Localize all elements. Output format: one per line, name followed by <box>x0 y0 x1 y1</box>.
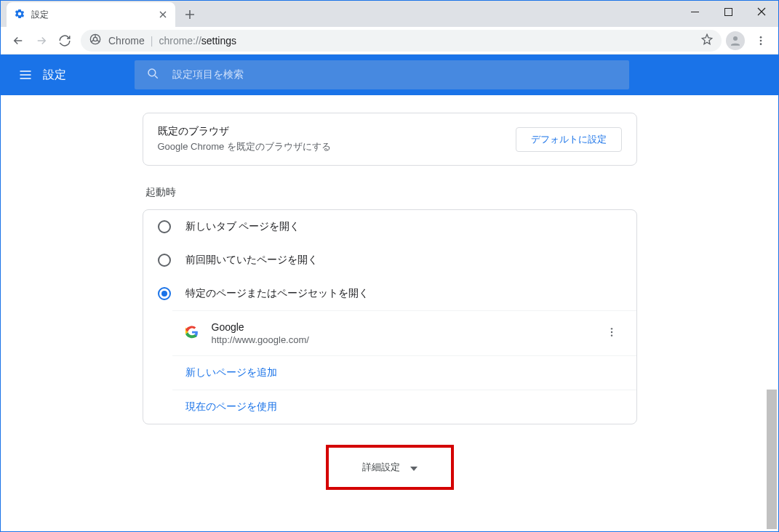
settings-header: 設定 設定項目を検索 <box>1 55 778 95</box>
hamburger-menu-button[interactable] <box>11 60 40 89</box>
page-entry-url: http://www.google.com/ <box>212 334 602 345</box>
omnibox[interactable]: Chrome | chrome://settings <box>81 30 722 52</box>
url-scheme: chrome:// <box>159 35 201 47</box>
tab-strip: 設定 <box>1 1 778 27</box>
radio-label: 特定のページまたはページセットを開く <box>185 287 369 300</box>
startup-option-specific[interactable]: 特定のページまたはページセットを開く <box>143 277 636 310</box>
search-icon <box>146 67 159 83</box>
advanced-settings-button[interactable]: 詳細設定 <box>326 445 454 490</box>
default-browser-subtitle: Google Chrome を既定のブラウザにする <box>158 140 331 153</box>
svg-point-8 <box>148 69 156 76</box>
content-scroll-area[interactable]: 既定のブラウザ Google Chrome を既定のブラウザにする デフォルトに… <box>1 95 778 531</box>
back-button[interactable] <box>7 29 30 52</box>
set-default-button[interactable]: デフォルトに設定 <box>516 127 622 152</box>
page-title: 設定 <box>43 68 66 83</box>
svg-point-3 <box>93 37 97 41</box>
startup-page-entry: Google http://www.google.com/ <box>172 310 636 355</box>
minimize-button[interactable] <box>678 1 711 23</box>
chevron-down-icon <box>410 462 418 473</box>
bookmark-star-icon[interactable] <box>701 33 713 47</box>
default-browser-title: 既定のブラウザ <box>158 125 331 138</box>
reload-button[interactable] <box>53 29 76 52</box>
default-browser-card: 既定のブラウザ Google Chrome を既定のブラウザにする デフォルトに… <box>143 113 637 166</box>
new-tab-button[interactable] <box>180 4 200 25</box>
search-placeholder: 設定項目を検索 <box>172 68 244 81</box>
page-entry-title: Google <box>212 321 602 333</box>
forward-button[interactable] <box>30 29 53 52</box>
url-path: settings <box>201 35 236 47</box>
profile-avatar[interactable] <box>726 31 745 50</box>
svg-point-5 <box>760 36 762 39</box>
chrome-icon <box>89 33 101 47</box>
settings-content: 既定のブラウザ Google Chrome を既定のブラウザにする デフォルトに… <box>143 95 637 490</box>
tab-settings[interactable]: 設定 <box>7 2 175 27</box>
close-tab-icon[interactable] <box>158 7 168 22</box>
close-window-button[interactable] <box>745 1 778 23</box>
svg-point-10 <box>610 331 612 332</box>
radio-icon <box>158 254 171 267</box>
svg-point-6 <box>760 39 762 41</box>
address-bar: Chrome | chrome://settings <box>1 27 778 55</box>
advanced-label: 詳細設定 <box>362 461 400 474</box>
svg-point-4 <box>733 36 738 41</box>
radio-label: 前回開いていたページを開く <box>185 254 318 267</box>
settings-search-input[interactable]: 設定項目を検索 <box>135 60 629 89</box>
svg-point-11 <box>610 334 612 336</box>
scrollbar-thumb[interactable] <box>767 390 777 529</box>
google-favicon <box>185 326 199 342</box>
use-current-pages-link[interactable]: 現在のページを使用 <box>172 390 636 424</box>
svg-point-9 <box>610 328 612 329</box>
url-separator: | <box>151 35 153 47</box>
gear-icon <box>14 8 25 22</box>
svg-point-7 <box>760 43 762 45</box>
page-entry-more-button[interactable] <box>602 322 622 345</box>
window-controls <box>678 1 778 23</box>
radio-icon <box>158 220 171 233</box>
svg-rect-0 <box>691 12 699 12</box>
add-page-link[interactable]: 新しいページを追加 <box>172 355 636 390</box>
radio-icon <box>158 287 171 300</box>
startup-option-continue[interactable]: 前回開いていたページを開く <box>143 243 636 277</box>
svg-rect-1 <box>724 8 732 15</box>
tab-title: 設定 <box>31 9 158 21</box>
url-origin: Chrome <box>108 35 145 47</box>
radio-label: 新しいタブ ページを開く <box>185 220 300 233</box>
maximize-button[interactable] <box>711 1 745 23</box>
startup-heading: 起動時 <box>145 186 637 199</box>
startup-option-newtab[interactable]: 新しいタブ ページを開く <box>143 210 636 243</box>
startup-card: 新しいタブ ページを開く 前回開いていたページを開く 特定のページまたはページセ… <box>143 209 637 424</box>
browser-menu-button[interactable] <box>749 29 772 52</box>
